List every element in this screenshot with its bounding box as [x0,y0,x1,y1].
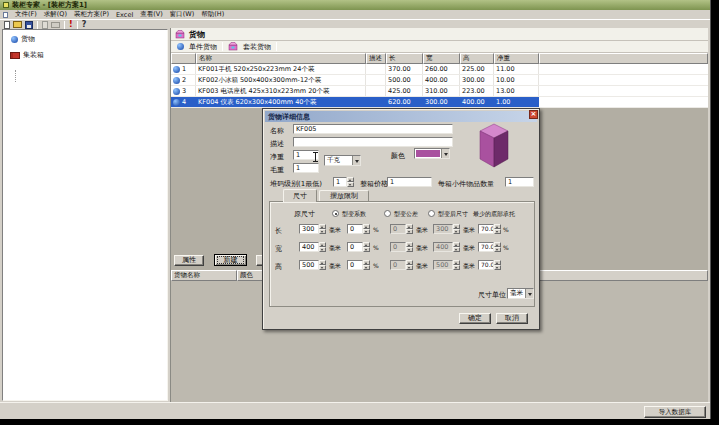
tab-size[interactable]: 尺寸 [283,189,317,202]
menu-plan[interactable]: 装柜方案(P) [74,10,109,19]
column-length[interactable]: 长 [386,53,423,64]
length-coef-stepper[interactable] [363,224,370,234]
width-coef-stepper[interactable] [363,242,370,252]
solve-exclamation-icon[interactable]: ! [69,20,73,29]
gross-weight-field[interactable]: 1 [293,163,319,173]
cell-weight: 11.00 [494,64,539,74]
document-icon[interactable] [3,12,8,18]
cancel-button[interactable]: 取消 [496,313,528,324]
app-window: 装柜专家 - [装柜方案1] 文件(F) 求解(Q) 装柜方案(P) Excel… [0,0,711,419]
width-tol-field: 0 [390,242,406,252]
color-label: 颜色 [391,151,405,161]
box-price-field[interactable]: 1 [387,177,432,187]
height-orig-field[interactable]: 500 [299,260,319,270]
cell-filler [539,75,708,85]
mm-unit-label: 毫米 [329,244,341,253]
width-support-stepper[interactable] [494,242,501,252]
column-width[interactable]: 宽 [423,53,460,64]
width-orig-field[interactable]: 400 [299,242,319,252]
properties-button[interactable]: 属性 [174,255,204,266]
tab-single-cargo[interactable]: 单件货物 [189,42,217,52]
menu-excel[interactable]: Excel [116,11,133,19]
cargo-tabs: 单件货物 套装货物 [171,41,708,53]
size-unit-select[interactable]: 毫米 [507,288,534,299]
height-coef-field[interactable]: 0 [347,260,363,270]
width-orig-stepper[interactable] [319,242,326,252]
tree-item-label: 集装箱 [23,50,44,60]
column-name[interactable]: 名称 [196,53,366,64]
menu-solve[interactable]: 求解(Q) [44,10,67,19]
cell-filler [539,64,708,74]
size-unit-value: 毫米 [510,289,523,297]
new-button[interactable]: 新建 [214,254,247,266]
height-tol-field: 0 [390,260,406,270]
open-folder-icon[interactable] [13,21,22,28]
radio-deform-coef[interactable] [332,210,339,217]
width-label: 宽 [275,244,282,254]
desc-field[interactable] [293,137,453,147]
save-icon[interactable] [25,21,33,29]
length-coef-field[interactable]: 0 [347,224,363,234]
percent-label: % [373,262,379,269]
stack-level-stepper[interactable] [347,177,354,187]
chevron-down-icon[interactable] [352,156,360,165]
cargo-sphere-icon [11,36,18,43]
column-weight[interactable]: 净重 [494,53,539,64]
stack-level-field[interactable]: 1 [333,177,347,187]
column-desc[interactable]: 描述 [366,53,386,64]
column-icon[interactable] [171,53,196,64]
name-field[interactable]: KF005 [293,124,453,134]
chevron-down-icon[interactable] [441,149,449,158]
table-row[interactable]: 1 KF001手机 520x250x223mm 24个装 370.00 260.… [171,64,708,75]
cell-height: 400.00 [460,97,494,107]
cell-length: 500.00 [386,75,423,85]
close-icon[interactable]: × [529,110,538,119]
new-file-icon[interactable] [4,21,10,29]
mm-unit-label: 毫米 [329,226,341,235]
menu-file[interactable]: 文件(F) [15,10,37,19]
width-after-stepper [453,242,460,252]
app-icon [3,2,9,8]
column-height[interactable]: 高 [460,53,494,64]
radio-deform-tolerance[interactable] [384,210,391,217]
box-price-label: 整箱价格 [360,179,388,189]
weight-unit-value: 千克 [327,156,340,164]
tab-set-cargo[interactable]: 套装货物 [243,42,271,52]
length-support-stepper[interactable] [494,224,501,234]
items-per-box-field[interactable]: 1 [505,177,534,187]
width-support-field[interactable]: 70.0 [478,242,494,252]
weight-unit-select[interactable]: 千克 [324,155,361,166]
menu-view[interactable]: 查看(V) [140,10,163,19]
column-filler [539,53,708,64]
width-coef-field[interactable]: 0 [347,242,363,252]
height-support-stepper[interactable] [494,260,501,270]
radio-deformed-size[interactable] [428,210,435,217]
ok-button[interactable]: 确定 [459,313,491,324]
length-after-stepper [453,224,460,234]
color-select[interactable] [414,148,450,159]
table-row[interactable]: 3 KF003 电话座机 425x310x223mm 20个装 425.00 3… [171,86,708,97]
menu-help[interactable]: 帮助(H) [201,10,224,19]
percent-label: % [503,226,509,233]
length-tol-field: 0 [390,224,406,234]
height-support-field[interactable]: 70.0 [478,260,494,270]
cargo-sphere-icon [173,66,180,73]
menu-window[interactable]: 窗口(W) [170,10,195,19]
table-row-selected[interactable]: 4 KF004 仪表 620x300x400mm 40个装 620.00 300… [171,97,708,108]
column-cargo-name[interactable]: 货物名称 [171,270,237,281]
chevron-down-icon[interactable] [525,289,533,298]
mm-unit-label: 毫米 [463,226,475,235]
title-bar[interactable]: 装柜专家 - [装柜方案1] [0,0,710,10]
length-orig-stepper[interactable] [319,224,326,234]
help-question-icon[interactable]: ? [82,20,87,29]
height-coef-stepper[interactable] [363,260,370,270]
length-orig-field[interactable]: 300 [299,224,319,234]
cell-desc [366,97,386,107]
height-orig-stepper[interactable] [319,260,326,270]
cell-name: KF001手机 520x250x223mm 24个装 [196,64,366,74]
import-database-button[interactable]: 导入数据库 [644,406,706,418]
table-row[interactable]: 2 KF002小冰箱 500x400x300mm-12个装 500.00 400… [171,75,708,86]
tree-item-container[interactable]: 集装箱 [10,50,44,60]
length-support-field[interactable]: 70.0 [478,224,494,234]
tree-item-cargo[interactable]: 货物 [11,34,35,44]
